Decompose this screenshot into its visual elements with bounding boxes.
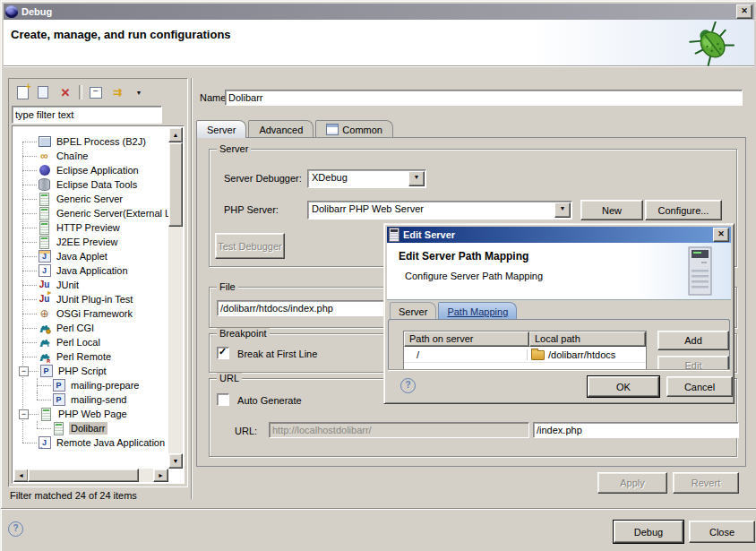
break-first-line-checkbox[interactable]	[217, 347, 229, 359]
dialog-subheading: Configure Server Path Mapping	[405, 271, 543, 281]
php-server-dropdown-icon[interactable]	[554, 202, 571, 218]
cancel-button[interactable]: Cancel	[666, 376, 733, 397]
tree-item-php-script[interactable]: PPHP Script	[13, 364, 168, 378]
server-debugger-value: XDebug	[312, 172, 408, 183]
tree-hscrollbar[interactable]: ◄ ►	[13, 469, 168, 482]
tree-item-generic-server[interactable]: Generic Server	[13, 192, 168, 206]
new-server-button[interactable]: New	[580, 200, 643, 220]
window-close-button[interactable]	[736, 4, 752, 19]
new-configuration-button[interactable]	[14, 84, 30, 100]
dialog-help-icon[interactable]	[400, 378, 416, 393]
test-debugger-button[interactable]: Test Debugger	[215, 233, 285, 259]
duplicate-configuration-button[interactable]	[36, 84, 52, 100]
tab-advanced[interactable]: Advanced	[248, 120, 314, 138]
tree-item-j2ee-preview[interactable]: J2EE Preview	[13, 235, 168, 249]
dialog-tab-bar: Server Path Mapping	[390, 302, 519, 320]
dialog-tab-path-mapping[interactable]: Path Mapping	[438, 302, 517, 320]
tree-item-label: Generic Server	[55, 193, 125, 205]
close-button[interactable]: Close	[689, 521, 755, 543]
edit-server-close-button[interactable]	[713, 228, 729, 242]
apply-button[interactable]: Apply	[597, 472, 667, 494]
tree-container: BPEL Process (B2J)∞ChaîneEclipse Applica…	[12, 125, 185, 484]
edit-server-title: Edit Server	[403, 229, 455, 240]
scroll-up-button[interactable]: ▲	[168, 127, 183, 142]
table-row[interactable]: / /dolibarr/htdocs	[404, 347, 646, 362]
hscroll-thumb[interactable]	[28, 469, 139, 482]
scroll-right-button[interactable]: ►	[153, 469, 168, 482]
tree-item-perl-local[interactable]: Perl Local	[13, 335, 168, 349]
column-local-path[interactable]: Local path	[529, 331, 646, 347]
tree-item-perl-remote[interactable]: RPerl Remote	[13, 349, 168, 364]
tree-guide	[22, 435, 37, 450]
vscroll-thumb[interactable]	[168, 142, 183, 227]
osgi-icon: ⊕	[38, 307, 51, 321]
scroll-left-button[interactable]: ◄	[13, 469, 29, 482]
tree-item-cha-ne[interactable]: ∞Chaîne	[13, 149, 168, 163]
break-first-line-label: Break at First Line	[237, 349, 317, 359]
tree-item-junit[interactable]: JuJUnit	[13, 278, 168, 292]
toolbar-menu-button[interactable]: ▼	[131, 84, 147, 100]
tree-item-generic-server-external-la[interactable]: Generic Server(External La	[13, 206, 168, 220]
scroll-down-button[interactable]: ▼	[168, 453, 183, 469]
dialog-tab-server[interactable]: Server	[390, 302, 436, 320]
tree-item-php-web-page[interactable]: PHP Web Page	[13, 407, 168, 421]
tree-item-eclipse-data-tools[interactable]: Eclipse Data Tools	[13, 177, 168, 192]
tree-item-java-application[interactable]: JJava Application	[13, 263, 168, 278]
delete-configuration-button[interactable]: ✕	[57, 84, 73, 100]
sidebar-toolbar: ✕ ⇉ ▼	[11, 81, 185, 104]
configure-server-button[interactable]: Configure...	[645, 200, 722, 220]
header-banner: Create, manage, and run configurations	[4, 20, 754, 66]
tree-item-label: Eclipse Application	[55, 164, 141, 176]
window-title: Debug	[21, 6, 52, 17]
tree-item-label: Remote Java Application	[55, 436, 167, 449]
tree-item-junit-plug-in-test[interactable]: JuJUnit Plug-in Test	[13, 292, 168, 306]
tree-guide	[22, 263, 37, 278]
new-config-icon	[17, 86, 29, 99]
tree-item-mailing-prepare[interactable]: Pmailing-prepare	[13, 378, 168, 392]
tree-item-label: JUnit Plug-in Test	[55, 293, 134, 306]
collapse-all-button[interactable]	[88, 84, 104, 100]
tree-guide	[22, 235, 37, 249]
column-path-on-server[interactable]: Path on server	[404, 331, 529, 347]
collapse-toggle-icon[interactable]	[19, 409, 29, 419]
tree-item-label: Chaîne	[55, 150, 90, 162]
revert-button[interactable]: Revert	[673, 472, 739, 494]
folder-icon	[531, 350, 545, 360]
server-debugger-select[interactable]: XDebug	[307, 169, 426, 188]
filter-input[interactable]	[12, 106, 162, 124]
header-message: Create, manage, and run configurations	[11, 28, 231, 41]
java-app-icon: J	[38, 264, 51, 278]
tree-vscrollbar[interactable]: ▲ ▼	[168, 127, 183, 469]
tree-guide	[22, 335, 37, 349]
auto-generate-checkbox[interactable]	[217, 393, 229, 406]
tree-item-perl-cgi[interactable]: Perl CGI	[13, 321, 168, 335]
help-icon[interactable]	[8, 521, 23, 537]
tree-item-http-preview[interactable]: HTTP Preview	[13, 220, 168, 235]
main-tab-bar: Server Advanced Common	[196, 120, 395, 138]
php-web-icon	[39, 408, 53, 421]
tree-item-bpel-process-b2j[interactable]: BPEL Process (B2J)	[13, 134, 168, 149]
filter-launch-button[interactable]: ⇉	[109, 84, 125, 100]
collapse-toggle-icon[interactable]	[19, 366, 29, 376]
tree-item-dolibarr[interactable]: Dolibarr	[13, 421, 168, 435]
tab-common[interactable]: Common	[315, 120, 393, 138]
tree-item-label: OSGi Framework	[55, 307, 134, 320]
tab-server[interactable]: Server	[196, 120, 246, 138]
tree-guide	[22, 177, 37, 192]
tree-guide	[37, 392, 51, 407]
name-input[interactable]	[225, 90, 743, 106]
tree-item-eclipse-application[interactable]: Eclipse Application	[13, 163, 168, 177]
tree-guide	[22, 206, 37, 220]
debug-button[interactable]: Debug	[614, 521, 683, 543]
tree-item-osgi-framework[interactable]: ⊕OSGi Framework	[13, 306, 168, 321]
ok-button[interactable]: OK	[588, 376, 659, 397]
bpel-process-icon	[38, 135, 51, 149]
tree-item-mailing-send[interactable]: Pmailing-send	[13, 392, 168, 407]
tree-item-java-applet[interactable]: JJava Applet	[13, 249, 168, 263]
url-path-input[interactable]	[533, 422, 739, 438]
php-server-select[interactable]: Dolibarr PHP Web Server	[307, 201, 572, 220]
add-mapping-button[interactable]: Add	[657, 331, 729, 350]
tree-guide	[29, 364, 39, 378]
server-debugger-dropdown-icon[interactable]	[408, 171, 425, 186]
tree-item-remote-java-application[interactable]: JRemote Java Application	[13, 435, 168, 450]
